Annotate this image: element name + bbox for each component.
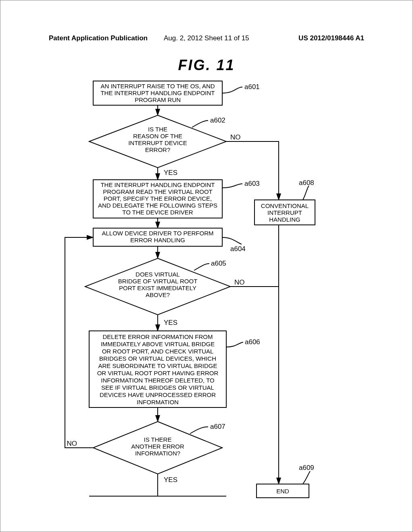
header-center: Aug. 2, 2012 Sheet 11 of 15 [164,34,249,42]
node-a609-line1: END [276,488,289,495]
node-a602-line1: IS THE [148,126,167,133]
label-a606: a606 [245,338,260,346]
node-a602-line3: INTERRUPT DEVICE [128,139,187,146]
node-a608-line1: CONVENTIONAL [261,202,309,209]
node-a603-line5: TO THE DEVICE DRIVER [122,209,193,216]
header-right: US 2012/0198446 A1 [298,34,364,42]
node-a606-line10: INFORMATION [137,399,179,405]
flowchart: AN INTERRUPT RAISE TO THE OS, AND THE IN… [53,77,359,516]
node-a605-line2: BRIDGE OF VIRTUAL ROOT [118,278,198,285]
node-a602-line4: ERROR? [145,146,171,153]
node-a608-line2: INTERRUPT [267,209,302,216]
node-a606-line2: IMMEDIATELY ABOVE VIRTUAL BRIDGE [101,341,215,347]
a605-yes: YES [164,319,177,326]
node-a607-line1: IS THERE [144,436,172,443]
node-a605-line1: DOES VIRTUAL [136,271,180,278]
label-a603: a603 [244,180,260,187]
label-a608: a608 [299,179,314,187]
label-a609: a609 [299,464,314,472]
page-header: Patent Application Publication Aug. 2, 2… [0,34,413,42]
label-a607: a607 [210,423,225,430]
node-a606-line4: BRIDGES OR VIRTUAL DEVICES, WHICH [99,355,216,362]
node-a604-line1: ALLOW DEVICE DRIVER TO PERFORM [102,230,214,237]
node-a608-line3: HANDLING [269,216,300,223]
node-a601-line2: THE INTERRUPT HANDLING ENDPOINT [100,89,215,96]
node-a603-line3: PORT, SPECIFY THE ERROR DEVICE, [104,195,212,202]
node-a606-line1: DELETE ERROR INFORMATION FROM [102,333,213,340]
node-a603-line2: PROGRAM READ THE VIRTUAL ROOT [103,188,212,195]
a607-yes: YES [164,476,177,484]
node-a607-line3: INFORMATION? [135,450,180,457]
node-a601-line3: PROGRAM RUN [135,96,181,103]
node-a606-line9: DEVICES HAVE UNPROCESSED ERROR [100,391,216,398]
node-a606-line6: OR VIRTUAL ROOT PORT HAVING ERROR [97,370,219,376]
a602-yes: YES [164,169,177,177]
node-a606-line3: OR ROOT PORT, AND CHECK VIRTUAL [102,348,214,355]
node-a603-line1: THE INTERRUPT HANDLING ENDPOINT [100,181,215,188]
label-a601: a601 [244,83,260,91]
a607-no: NO [67,440,77,447]
node-a605-line4: ABOVE? [146,291,170,298]
a602-no: NO [230,133,241,141]
node-a604-line2: ERROR HANDLING [130,237,185,243]
label-a602: a602 [210,116,225,124]
header-left: Patent Application Publication [49,34,148,42]
a605-no: NO [234,278,245,286]
node-a605-line3: PORT EXIST IMMEDIATELY [119,285,196,291]
label-a604: a604 [230,245,246,253]
label-a605: a605 [211,260,226,267]
node-a606-line5: ARE SUBORDINATE TO VIRTUAL BRIDGE [98,362,217,369]
node-a606-line7: INFORMATION THEREOF DELETED, TO [101,377,214,384]
node-a607-line2: ANOTHER ERROR [131,443,184,450]
figure-title: FIG. 11 [0,57,413,74]
node-a601-line1: AN INTERRUPT RAISE TO THE OS, AND [100,83,215,89]
node-a602-line2: REASON OF THE [133,133,182,139]
node-a606-line8: SEE IF VIRTUAL BRIDGES OR VIRTUAL [101,384,214,391]
page: Patent Application Publication Aug. 2, 2… [0,0,413,532]
node-a603-line4: AND DELEGATE THE FOLLOWING STEPS [98,202,217,209]
